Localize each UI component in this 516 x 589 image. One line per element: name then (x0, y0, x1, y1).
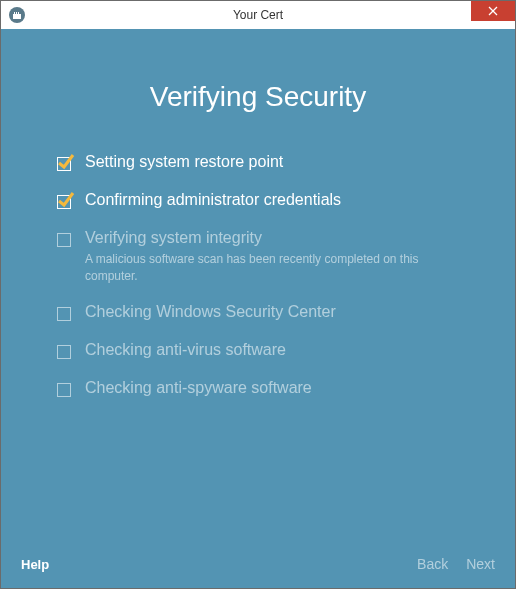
close-icon (488, 6, 498, 16)
help-link[interactable]: Help (21, 557, 49, 572)
content-panel: Verifying Security Setting system restor… (1, 29, 515, 588)
step-label: Checking anti-virus software (85, 341, 461, 359)
checkbox-empty-icon (55, 231, 73, 249)
step-subtext: A malicious software scan has been recen… (85, 251, 461, 285)
checkmark-icon (55, 155, 73, 173)
step-item: Confirming administrator credentials (55, 191, 461, 211)
app-icon (9, 7, 25, 23)
close-button[interactable] (471, 1, 515, 21)
svg-rect-1 (14, 12, 15, 14)
page-title: Verifying Security (1, 29, 515, 153)
step-item: Checking anti-spyware software (55, 379, 461, 399)
step-item: Checking anti-virus software (55, 341, 461, 361)
step-item: Setting system restore point (55, 153, 461, 173)
step-label: Checking anti-spyware software (85, 379, 461, 397)
svg-rect-0 (13, 14, 21, 19)
nav-buttons: Back Next (417, 556, 495, 572)
footer: Help Back Next (1, 540, 515, 588)
window: Your Cert Verifying Security Setting sys… (0, 0, 516, 589)
checkbox-empty-icon (55, 305, 73, 323)
back-button[interactable]: Back (417, 556, 448, 572)
step-label: Confirming administrator credentials (85, 191, 461, 209)
step-label: Setting system restore point (85, 153, 461, 171)
step-label: Checking Windows Security Center (85, 303, 461, 321)
checkbox-empty-icon (55, 343, 73, 361)
step-item: Verifying system integrity A malicious s… (55, 229, 461, 285)
checkbox-empty-icon (55, 381, 73, 399)
step-label: Verifying system integrity (85, 229, 461, 247)
steps-list: Setting system restore point Confirming … (1, 153, 515, 399)
svg-rect-3 (18, 12, 19, 14)
next-button[interactable]: Next (466, 556, 495, 572)
svg-rect-2 (16, 12, 17, 14)
window-title: Your Cert (1, 8, 515, 22)
checkmark-icon (55, 193, 73, 211)
step-item: Checking Windows Security Center (55, 303, 461, 323)
titlebar: Your Cert (1, 1, 515, 29)
